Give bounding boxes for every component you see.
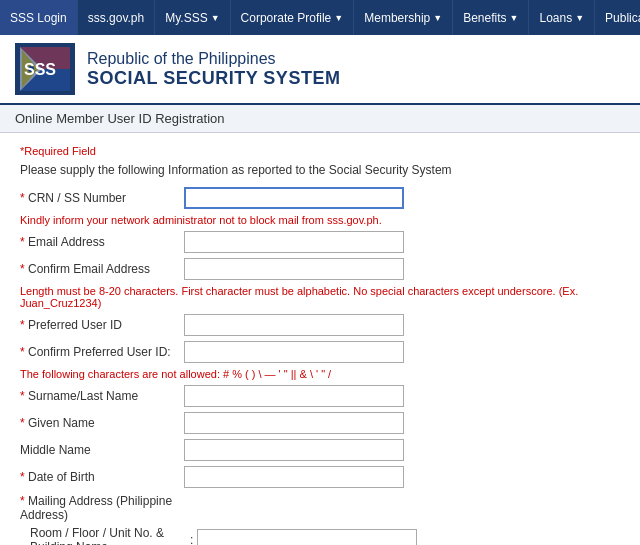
- benefits-dropdown-arrow: ▼: [510, 13, 519, 23]
- dob-input[interactable]: [184, 466, 404, 488]
- password-hint: Length must be 8-20 characters. First ch…: [20, 285, 620, 309]
- required-note: *Required Field: [20, 145, 620, 157]
- mailing-address-section-label-row: * Mailing Address (Philippine Address): [20, 494, 620, 522]
- nav-my-sss[interactable]: My.SSS ▼: [155, 0, 230, 35]
- crn-warning: Kindly inform your network administrator…: [20, 214, 620, 226]
- nav-publications[interactable]: Publications ▼: [595, 0, 640, 35]
- page-title-bar: Online Member User ID Registration: [0, 105, 640, 133]
- nav-benefits[interactable]: Benefits ▼: [453, 0, 529, 35]
- user-id-label: * Preferred User ID: [20, 318, 180, 332]
- room-label: Room / Floor / Unit No. & Building Name: [30, 526, 190, 545]
- email-label: * Email Address: [20, 235, 180, 249]
- nav-corporate-profile[interactable]: Corporate Profile ▼: [231, 0, 355, 35]
- confirm-user-id-label: * Confirm Preferred User ID:: [20, 345, 180, 359]
- header-text: Republic of the Philippines SOCIAL SECUR…: [87, 50, 340, 89]
- loans-dropdown-arrow: ▼: [575, 13, 584, 23]
- supply-info-text: Please supply the following Information …: [20, 163, 620, 177]
- given-name-row: * Given Name: [20, 412, 620, 434]
- sss-logo-icon: SSS: [20, 47, 70, 91]
- room-input[interactable]: [197, 529, 417, 545]
- republic-text: Republic of the Philippines: [87, 50, 340, 68]
- chars-not-allowed: The following characters are not allowed…: [20, 368, 620, 380]
- site-header: SSS Republic of the Philippines SOCIAL S…: [0, 35, 640, 105]
- email-input[interactable]: [184, 231, 404, 253]
- logo-box: SSS: [15, 43, 75, 95]
- crn-row: * CRN / SS Number: [20, 187, 620, 209]
- surname-row: * Surname/Last Name: [20, 385, 620, 407]
- nav-membership[interactable]: Membership ▼: [354, 0, 453, 35]
- surname-input[interactable]: [184, 385, 404, 407]
- middle-name-label: Middle Name: [20, 443, 180, 457]
- dob-label: * Date of Birth: [20, 470, 180, 484]
- nav-sss-login[interactable]: SSS Login: [0, 0, 78, 35]
- confirm-user-id-row: * Confirm Preferred User ID:: [20, 341, 620, 363]
- confirm-email-row: * Confirm Email Address: [20, 258, 620, 280]
- confirm-email-label: * Confirm Email Address: [20, 262, 180, 276]
- form-content: *Required Field Please supply the follow…: [0, 133, 640, 545]
- nav-loans[interactable]: Loans ▼: [529, 0, 595, 35]
- crn-label: * CRN / SS Number: [20, 191, 180, 205]
- my-sss-dropdown-arrow: ▼: [211, 13, 220, 23]
- user-id-row: * Preferred User ID: [20, 314, 620, 336]
- email-row: * Email Address: [20, 231, 620, 253]
- sss-title: SOCIAL SECURITY SYSTEM: [87, 68, 340, 89]
- nav-sss-gov[interactable]: sss.gov.ph: [78, 0, 155, 35]
- confirm-user-id-input[interactable]: [184, 341, 404, 363]
- corporate-profile-dropdown-arrow: ▼: [334, 13, 343, 23]
- middle-name-row: Middle Name: [20, 439, 620, 461]
- dob-row: * Date of Birth: [20, 466, 620, 488]
- svg-text:SSS: SSS: [24, 61, 56, 78]
- user-id-input[interactable]: [184, 314, 404, 336]
- membership-dropdown-arrow: ▼: [433, 13, 442, 23]
- room-row: Room / Floor / Unit No. & Building Name …: [30, 526, 620, 545]
- page-title: Online Member User ID Registration: [15, 111, 225, 126]
- given-name-input[interactable]: [184, 412, 404, 434]
- navigation-bar: SSS Login sss.gov.ph My.SSS ▼ Corporate …: [0, 0, 640, 35]
- surname-label: * Surname/Last Name: [20, 389, 180, 403]
- mailing-address-label: * Mailing Address (Philippine Address): [20, 494, 180, 522]
- given-name-label: * Given Name: [20, 416, 180, 430]
- crn-input[interactable]: [184, 187, 404, 209]
- confirm-email-input[interactable]: [184, 258, 404, 280]
- middle-name-input[interactable]: [184, 439, 404, 461]
